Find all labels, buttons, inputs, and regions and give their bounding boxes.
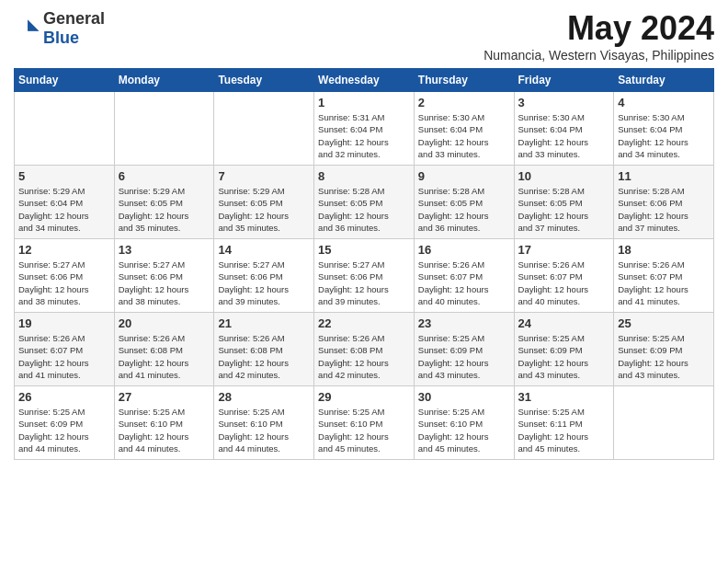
calendar-cell: 24Sunrise: 5:25 AM Sunset: 6:09 PM Dayli…	[514, 313, 614, 386]
cell-content: Sunrise: 5:25 AM Sunset: 6:09 PM Dayligh…	[518, 332, 610, 381]
calendar-cell: 13Sunrise: 5:27 AM Sunset: 6:06 PM Dayli…	[114, 239, 214, 313]
cell-content: Sunrise: 5:27 AM Sunset: 6:06 PM Dayligh…	[18, 259, 110, 307]
day-number: 23	[418, 316, 510, 330]
cell-content: Sunrise: 5:28 AM Sunset: 6:05 PM Dayligh…	[418, 185, 510, 234]
day-number: 25	[618, 316, 710, 330]
calendar-cell: 3Sunrise: 5:30 AM Sunset: 6:04 PM Daylig…	[514, 92, 614, 166]
calendar-cell: 6Sunrise: 5:29 AM Sunset: 6:05 PM Daylig…	[114, 166, 214, 239]
calendar-cell: 16Sunrise: 5:26 AM Sunset: 6:07 PM Dayli…	[414, 239, 514, 313]
calendar-cell	[614, 386, 714, 460]
calendar-cell: 12Sunrise: 5:27 AM Sunset: 6:06 PM Dayli…	[15, 239, 115, 313]
cell-content: Sunrise: 5:30 AM Sunset: 6:04 PM Dayligh…	[418, 111, 510, 160]
calendar-cell	[15, 92, 115, 166]
logo: ◣ General Blue	[14, 9, 105, 48]
day-number: 15	[318, 243, 410, 257]
calendar-cell: 27Sunrise: 5:25 AM Sunset: 6:10 PM Dayli…	[114, 386, 214, 460]
calendar-cell: 8Sunrise: 5:28 AM Sunset: 6:05 PM Daylig…	[314, 166, 415, 239]
cell-content: Sunrise: 5:26 AM Sunset: 6:07 PM Dayligh…	[518, 259, 610, 307]
day-number: 18	[618, 243, 710, 257]
calendar-cell: 19Sunrise: 5:26 AM Sunset: 6:07 PM Dayli…	[15, 313, 115, 386]
cell-content: Sunrise: 5:27 AM Sunset: 6:06 PM Dayligh…	[318, 259, 410, 307]
day-number: 4	[618, 96, 710, 109]
calendar-cell: 21Sunrise: 5:26 AM Sunset: 6:08 PM Dayli…	[214, 313, 314, 386]
day-number: 10	[518, 169, 610, 183]
calendar-cell: 29Sunrise: 5:25 AM Sunset: 6:10 PM Dayli…	[314, 386, 415, 460]
calendar-body: 1Sunrise: 5:31 AM Sunset: 6:04 PM Daylig…	[15, 92, 714, 460]
cell-content: Sunrise: 5:26 AM Sunset: 6:07 PM Dayligh…	[418, 259, 510, 307]
calendar-cell: 30Sunrise: 5:25 AM Sunset: 6:10 PM Dayli…	[414, 386, 514, 460]
calendar-cell: 9Sunrise: 5:28 AM Sunset: 6:05 PM Daylig…	[414, 166, 514, 239]
logo-general: General	[43, 9, 105, 28]
cell-content: Sunrise: 5:25 AM Sunset: 6:11 PM Dayligh…	[518, 406, 610, 454]
cell-content: Sunrise: 5:25 AM Sunset: 6:09 PM Dayligh…	[418, 332, 510, 381]
day-number: 12	[18, 243, 110, 257]
day-number: 5	[18, 169, 110, 183]
column-header-wednesday: Wednesday	[314, 69, 415, 92]
calendar-week-4: 19Sunrise: 5:26 AM Sunset: 6:07 PM Dayli…	[15, 313, 714, 386]
day-number: 17	[518, 243, 610, 257]
column-header-sunday: Sunday	[15, 69, 115, 92]
day-number: 6	[119, 169, 210, 183]
day-number: 16	[418, 243, 510, 257]
day-number: 22	[318, 316, 410, 330]
location: Numancia, Western Visayas, Philippines	[483, 48, 714, 63]
day-number: 27	[119, 390, 210, 404]
calendar-cell: 4Sunrise: 5:30 AM Sunset: 6:04 PM Daylig…	[614, 92, 714, 166]
day-number: 13	[119, 243, 210, 257]
day-number: 8	[318, 169, 410, 183]
logo-icon: ◣	[14, 16, 40, 41]
calendar-cell: 5Sunrise: 5:29 AM Sunset: 6:04 PM Daylig…	[15, 166, 115, 239]
calendar-cell: 23Sunrise: 5:25 AM Sunset: 6:09 PM Dayli…	[414, 313, 514, 386]
cell-content: Sunrise: 5:25 AM Sunset: 6:10 PM Dayligh…	[418, 406, 510, 454]
cell-content: Sunrise: 5:28 AM Sunset: 6:05 PM Dayligh…	[518, 185, 610, 234]
day-number: 3	[518, 96, 610, 109]
calendar-week-5: 26Sunrise: 5:25 AM Sunset: 6:09 PM Dayli…	[15, 386, 714, 460]
day-number: 1	[318, 96, 410, 109]
day-number: 24	[518, 316, 610, 330]
day-number: 2	[418, 96, 510, 109]
day-number: 30	[418, 390, 510, 404]
calendar-table: SundayMondayTuesdayWednesdayThursdayFrid…	[14, 68, 714, 460]
cell-content: Sunrise: 5:29 AM Sunset: 6:05 PM Dayligh…	[119, 185, 210, 234]
month-title: May 2024	[483, 9, 714, 48]
calendar-header-row: SundayMondayTuesdayWednesdayThursdayFrid…	[15, 69, 714, 92]
title-area: May 2024 Numancia, Western Visayas, Phil…	[483, 9, 714, 63]
day-number: 21	[218, 316, 310, 330]
cell-content: Sunrise: 5:26 AM Sunset: 6:08 PM Dayligh…	[218, 332, 310, 381]
calendar-cell: 17Sunrise: 5:26 AM Sunset: 6:07 PM Dayli…	[514, 239, 614, 313]
day-number: 19	[18, 316, 110, 330]
cell-content: Sunrise: 5:27 AM Sunset: 6:06 PM Dayligh…	[119, 259, 210, 307]
cell-content: Sunrise: 5:26 AM Sunset: 6:08 PM Dayligh…	[318, 332, 410, 381]
column-header-friday: Friday	[514, 69, 614, 92]
day-number: 7	[218, 169, 310, 183]
calendar-cell: 25Sunrise: 5:25 AM Sunset: 6:09 PM Dayli…	[614, 313, 714, 386]
calendar-cell: 10Sunrise: 5:28 AM Sunset: 6:05 PM Dayli…	[514, 166, 614, 239]
calendar-cell: 1Sunrise: 5:31 AM Sunset: 6:04 PM Daylig…	[314, 92, 415, 166]
day-number: 9	[418, 169, 510, 183]
calendar-cell: 15Sunrise: 5:27 AM Sunset: 6:06 PM Dayli…	[314, 239, 415, 313]
calendar-cell: 26Sunrise: 5:25 AM Sunset: 6:09 PM Dayli…	[15, 386, 115, 460]
calendar-cell: 28Sunrise: 5:25 AM Sunset: 6:10 PM Dayli…	[214, 386, 314, 460]
cell-content: Sunrise: 5:30 AM Sunset: 6:04 PM Dayligh…	[618, 111, 710, 160]
logo-blue: Blue	[43, 29, 79, 47]
cell-content: Sunrise: 5:28 AM Sunset: 6:05 PM Dayligh…	[318, 185, 410, 234]
cell-content: Sunrise: 5:25 AM Sunset: 6:09 PM Dayligh…	[618, 332, 710, 381]
cell-content: Sunrise: 5:25 AM Sunset: 6:09 PM Dayligh…	[18, 406, 110, 454]
calendar-week-2: 5Sunrise: 5:29 AM Sunset: 6:04 PM Daylig…	[15, 166, 714, 239]
svg-text:◣: ◣	[28, 17, 40, 32]
calendar-cell: 31Sunrise: 5:25 AM Sunset: 6:11 PM Dayli…	[514, 386, 614, 460]
column-header-thursday: Thursday	[414, 69, 514, 92]
cell-content: Sunrise: 5:26 AM Sunset: 6:07 PM Dayligh…	[618, 259, 710, 307]
cell-content: Sunrise: 5:25 AM Sunset: 6:10 PM Dayligh…	[119, 406, 210, 454]
cell-content: Sunrise: 5:25 AM Sunset: 6:10 PM Dayligh…	[218, 406, 310, 454]
calendar-cell: 11Sunrise: 5:28 AM Sunset: 6:06 PM Dayli…	[614, 166, 714, 239]
calendar-cell: 18Sunrise: 5:26 AM Sunset: 6:07 PM Dayli…	[614, 239, 714, 313]
cell-content: Sunrise: 5:29 AM Sunset: 6:04 PM Dayligh…	[18, 185, 110, 234]
day-number: 14	[218, 243, 310, 257]
cell-content: Sunrise: 5:30 AM Sunset: 6:04 PM Dayligh…	[518, 111, 610, 160]
calendar-week-3: 12Sunrise: 5:27 AM Sunset: 6:06 PM Dayli…	[15, 239, 714, 313]
cell-content: Sunrise: 5:31 AM Sunset: 6:04 PM Dayligh…	[318, 111, 410, 160]
cell-content: Sunrise: 5:28 AM Sunset: 6:06 PM Dayligh…	[618, 185, 710, 234]
day-number: 28	[218, 390, 310, 404]
cell-content: Sunrise: 5:25 AM Sunset: 6:10 PM Dayligh…	[318, 406, 410, 454]
